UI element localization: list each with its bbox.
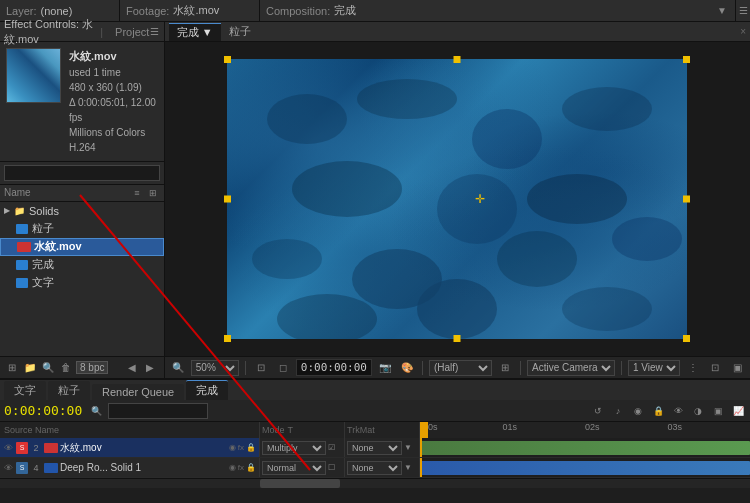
bpc-badge[interactable]: 8 bpc — [76, 361, 108, 374]
t-checkbox-2[interactable]: ☐ — [328, 463, 335, 472]
track-bar-1 — [420, 441, 750, 455]
file-list: ▶ 📁 Solids 粒子 水紋.mov 完成 文字 — [0, 202, 164, 357]
timeline-section: 文字 粒子 Render Queue 完成 0:00:00:00 🔍 ↺ ♪ ◉… — [0, 378, 750, 503]
handle-right-center[interactable] — [683, 196, 690, 203]
navigate-next-btn[interactable]: ▶ — [142, 360, 158, 376]
track-eye-1[interactable]: 👁 — [2, 442, 14, 454]
tl-search-btn[interactable]: 🔍 — [88, 403, 104, 419]
time-display[interactable]: 0:00:00:00 — [4, 403, 84, 418]
mode-select-1[interactable]: Multiply Normal Screen Add Overlay — [262, 441, 326, 455]
icon-view-icon[interactable]: ⊞ — [146, 186, 160, 200]
comp-tab-active[interactable]: 完成 ▼ — [169, 23, 221, 41]
list-item[interactable]: 粒子 — [0, 220, 164, 238]
search-btn[interactable]: 🔍 — [40, 360, 56, 376]
grid-btn[interactable]: ⊞ — [496, 359, 514, 377]
tl-hide-btn[interactable]: 👁 — [670, 403, 686, 419]
tl-lock-btn[interactable]: 🔒 — [650, 403, 666, 419]
new-composition-btn[interactable]: ⊞ — [4, 360, 20, 376]
handle-top-left[interactable] — [224, 56, 231, 63]
tl-frame-blend-btn[interactable]: ▣ — [710, 403, 726, 419]
track-timeline-1[interactable] — [420, 438, 750, 457]
tab-complete[interactable]: 完成 — [186, 380, 228, 400]
track-timeline-2[interactable] — [420, 458, 750, 477]
track-lock-2[interactable]: 🔒 — [246, 463, 256, 472]
views-select[interactable]: 1 View — [628, 360, 680, 376]
handle-bottom-right[interactable] — [683, 335, 690, 342]
track-fx-1[interactable]: fx — [238, 443, 244, 452]
item-name: 粒子 — [32, 221, 160, 236]
navigate-prev-btn[interactable]: ◀ — [124, 360, 140, 376]
track-trkmat-2: None Alpha Matte ▼ — [345, 458, 420, 477]
folder-icon: 📁 — [12, 204, 26, 218]
color-picker-btn[interactable]: 🎨 — [398, 359, 416, 377]
tl-search-input[interactable] — [108, 403, 208, 419]
tl-solo-btn[interactable]: ◉ — [630, 403, 646, 419]
track-mode-1: Multiply Normal Screen Add Overlay ☑ — [260, 438, 345, 457]
search-input[interactable] — [4, 165, 160, 181]
list-item-selected[interactable]: 水紋.mov — [0, 238, 164, 256]
track-solo-2[interactable]: S — [16, 462, 28, 474]
mode-select-2[interactable]: Normal Multiply Screen — [262, 461, 326, 475]
view-select[interactable]: Active Camera — [527, 360, 615, 376]
list-item[interactable]: ▶ 📁 Solids — [0, 202, 164, 220]
header-timeline-part: 0s 01s 02s 03s — [420, 422, 750, 438]
trkmat-select-1[interactable]: None Alpha Matte Luma Matte — [347, 441, 402, 455]
tl-audio-btn[interactable]: ♪ — [610, 403, 626, 419]
separator-4 — [621, 361, 622, 375]
track-eye-2[interactable]: 👁 — [2, 462, 14, 474]
t-checkbox-1[interactable]: ☑ — [328, 443, 335, 452]
delete-btn[interactable]: 🗑 — [58, 360, 74, 376]
expand-btn[interactable]: ⊡ — [706, 359, 724, 377]
tab-particles[interactable]: 粒子 — [48, 381, 90, 400]
resolution-select[interactable]: (Half) (Full) (Quarter) — [429, 360, 492, 376]
layer-value: (none) — [41, 5, 73, 17]
tl-graph-btn[interactable]: 📈 — [730, 403, 746, 419]
trkmat-select-2[interactable]: None Alpha Matte — [347, 461, 402, 475]
track-solo-sw-2[interactable]: ◉ — [229, 463, 236, 472]
project-tab[interactable]: Project — [115, 26, 149, 38]
tab-text[interactable]: 文字 — [4, 381, 46, 400]
list-item[interactable]: 文字 — [0, 274, 164, 292]
playhead-triangle[interactable] — [420, 422, 428, 438]
header-trkmat-part: TrkMat — [345, 422, 420, 438]
view-options-btn[interactable]: ⋮ — [684, 359, 702, 377]
zoom-out-btn[interactable]: 🔍 — [169, 359, 187, 377]
track-solo-sw-1[interactable]: ◉ — [229, 443, 236, 452]
handle-left-center[interactable] — [224, 196, 231, 203]
main-layout: Effect Controls: 水紋.mov | Project ☰ 水紋.m… — [0, 22, 750, 378]
comp-icon — [16, 278, 28, 288]
handle-top-center[interactable] — [454, 56, 461, 63]
track-solo-1[interactable]: S — [16, 442, 28, 454]
track-fx-2[interactable]: fx — [238, 463, 244, 472]
preview-canvas[interactable]: ✛ — [165, 42, 750, 356]
composition-menu-btn[interactable]: ▼ — [715, 4, 729, 18]
svg-point-5 — [437, 174, 517, 244]
handle-bottom-left[interactable] — [224, 335, 231, 342]
track-num-2: 4 — [30, 463, 42, 473]
handle-top-right[interactable] — [683, 56, 690, 63]
fit-btn[interactable]: ⊡ — [252, 359, 270, 377]
tab-close-btn[interactable]: × — [740, 26, 746, 37]
track-type-icon-1 — [44, 443, 58, 453]
tl-motion-blur-btn[interactable]: ◑ — [690, 403, 706, 419]
top-bar: Layer: (none) Footage: 水紋.mov Compositio… — [0, 0, 750, 22]
comp-tab-2[interactable]: 粒子 — [221, 23, 259, 40]
region-btn[interactable]: ▣ — [728, 359, 746, 377]
zoom-select[interactable]: 50% 100% 25% — [191, 360, 239, 376]
list-item[interactable]: 完成 — [0, 256, 164, 274]
horizontal-scrollbar[interactable] — [0, 478, 750, 488]
item-name: Solids — [29, 205, 160, 217]
left-panel-menu-btn[interactable]: ☰ — [149, 25, 159, 39]
list-view-icon[interactable]: ≡ — [130, 186, 144, 200]
preview-controls: 🔍 50% 100% 25% ⊡ ◻ 0:00:00:00 📷 🎨 (Half)… — [165, 356, 750, 378]
tl-loop-btn[interactable]: ↺ — [590, 403, 606, 419]
tab-render-queue[interactable]: Render Queue — [92, 384, 184, 400]
new-folder-btn[interactable]: 📁 — [22, 360, 38, 376]
track-lock-1[interactable]: 🔒 — [246, 443, 256, 452]
svg-point-6 — [527, 174, 627, 224]
handle-bottom-center[interactable] — [454, 335, 461, 342]
roi-btn[interactable]: ◻ — [274, 359, 292, 377]
svg-point-7 — [252, 239, 322, 279]
top-panel-menu-btn[interactable]: ☰ — [736, 4, 750, 18]
scrollbar-thumb[interactable] — [260, 479, 340, 488]
